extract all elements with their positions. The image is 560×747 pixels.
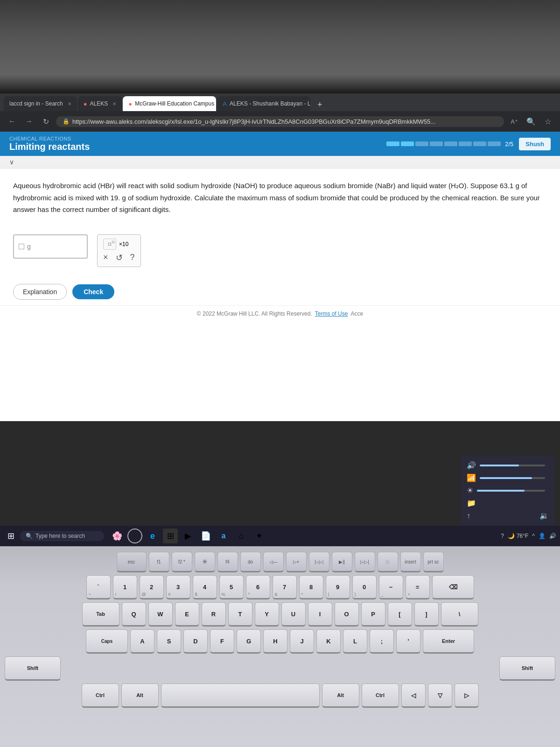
new-tab-button[interactable]: + (313, 98, 326, 111)
exponent-tool[interactable]: □ □ (103, 239, 116, 250)
notif-folder[interactable]: 📁 (467, 499, 549, 507)
key-backspace[interactable]: ⌫ (432, 575, 474, 599)
key-quote[interactable]: ' (396, 629, 420, 654)
user-button[interactable]: Shush (519, 138, 551, 150)
forward-button[interactable]: → (22, 115, 35, 128)
taskbar-chevron[interactable]: ^ (532, 533, 535, 539)
tab-search-close[interactable]: ✕ (68, 101, 71, 106)
key-ctrl-r[interactable]: Ctrl (362, 684, 399, 708)
key-w[interactable]: W (148, 602, 173, 627)
key-4[interactable]: $4 (193, 575, 217, 599)
key-o[interactable]: O (335, 602, 359, 627)
tab-aleks-close[interactable]: ✕ (112, 101, 116, 106)
key-tab[interactable]: Tab (82, 602, 119, 627)
tab-aleks2[interactable]: A ALEKS - Shushanik Babayan - Le... ✕ (217, 96, 310, 111)
key-q[interactable]: Q (122, 602, 146, 627)
back-button[interactable]: ← (6, 115, 19, 128)
key-9[interactable]: (9 (326, 575, 350, 599)
terms-of-use-link[interactable]: Terms of Use (315, 310, 348, 317)
key-alt-l[interactable]: Alt (121, 684, 159, 708)
key-rshift[interactable]: Shift (499, 656, 555, 681)
taskbar-icon-arrow[interactable]: ▶ (181, 529, 196, 543)
tab-aleks[interactable]: ● ALEKS ✕ (78, 96, 122, 111)
key-l[interactable]: L (343, 629, 367, 654)
start-button[interactable]: ⊞ (4, 529, 18, 543)
taskbar-icon-1[interactable]: 🌸 (110, 529, 125, 543)
key-f10[interactable]: ▷▷| (355, 552, 375, 572)
key-semicolon[interactable]: ; (370, 629, 394, 654)
notif-brightness[interactable]: ☀ (467, 486, 549, 495)
taskbar-search[interactable]: 🔍 Type here to search (20, 531, 104, 541)
key-6[interactable]: ^6 (246, 575, 270, 599)
key-s[interactable]: S (157, 629, 181, 654)
key-3[interactable]: #3 (166, 575, 190, 599)
key-t[interactable]: T (228, 602, 252, 627)
key-7[interactable]: &7 (273, 575, 297, 599)
key-u[interactable]: U (281, 602, 306, 627)
extensions-button[interactable]: A⁺ (508, 115, 521, 128)
key-k[interactable]: K (316, 629, 341, 654)
taskbar-volume-icon[interactable]: 🔊 (549, 533, 556, 539)
key-right[interactable]: ▷ (455, 684, 479, 708)
key-f11[interactable]: □ (378, 552, 398, 572)
taskbar-icon-circle[interactable] (127, 529, 142, 543)
key-lbracket[interactable]: [ (388, 602, 412, 627)
key-caps[interactable]: Caps (86, 629, 128, 654)
key-g[interactable]: G (237, 629, 261, 654)
notif-wifi[interactable]: 📶 (467, 473, 549, 482)
refresh-button[interactable]: ↻ (39, 115, 52, 128)
taskbar-question[interactable]: ? (501, 533, 504, 539)
key-left[interactable]: ◁ (401, 684, 426, 708)
tab-search[interactable]: laccd sign in - Search ✕ (4, 96, 77, 111)
key-f[interactable]: F (210, 629, 234, 654)
key-f8[interactable]: |◁◁ (309, 552, 329, 572)
explanation-button[interactable]: Explanation (13, 284, 67, 300)
key-a[interactable]: A (130, 629, 154, 654)
undo-tool-button[interactable]: ↺ (116, 253, 123, 263)
key-1[interactable]: !1 (113, 575, 137, 599)
key-j[interactable]: J (290, 629, 314, 654)
taskbar-icon-star[interactable]: ✦ (252, 529, 266, 543)
key-f5[interactable]: do (240, 552, 261, 572)
key-2[interactable]: @2 (140, 575, 164, 599)
key-e[interactable]: E (175, 602, 199, 627)
check-button[interactable]: Check (72, 284, 114, 299)
key-f12[interactable]: insert (400, 552, 421, 572)
key-i[interactable]: I (308, 602, 332, 627)
key-backtick[interactable]: ~` (86, 575, 111, 599)
collapse-button[interactable]: ∨ (9, 158, 14, 166)
taskbar-icon-grid[interactable]: ⊞ (163, 529, 178, 543)
key-minus[interactable]: _− (379, 575, 403, 599)
key-f9[interactable]: ▶|| (332, 552, 352, 572)
key-f4[interactable]: f4 (217, 552, 238, 572)
key-down[interactable]: ▽ (428, 684, 452, 708)
taskbar-icon-home[interactable]: ⌂ (234, 529, 249, 543)
tab-mcgraw[interactable]: ● McGraw-Hill Education Campus ✕ (123, 96, 216, 111)
key-r[interactable]: R (202, 602, 226, 627)
key-f7[interactable]: ▷+ (286, 552, 307, 572)
key-f3[interactable]: ✳ (195, 552, 215, 572)
favorites-button[interactable]: ☆ (541, 115, 554, 128)
answer-input-box[interactable]: □ g (13, 234, 88, 259)
key-space[interactable] (161, 684, 320, 708)
key-f1[interactable]: f1 (149, 552, 169, 572)
key-5[interactable]: %5 (219, 575, 244, 599)
key-esc[interactable]: esc (117, 552, 147, 572)
taskbar-icon-file[interactable]: 📄 (198, 529, 213, 543)
key-rbracket[interactable]: ] (414, 602, 439, 627)
key-prtsc[interactable]: prt sc (423, 552, 444, 572)
key-equals[interactable]: += (406, 575, 430, 599)
search-button[interactable]: 🔍 (525, 115, 538, 128)
taskbar-icon-a[interactable]: a (216, 529, 231, 543)
key-alt-r[interactable]: Alt (322, 684, 359, 708)
key-0[interactable]: )0 (352, 575, 377, 599)
taskbar-icon-edge[interactable]: e (145, 529, 160, 543)
key-p[interactable]: P (361, 602, 385, 627)
key-8[interactable]: *8 (299, 575, 323, 599)
key-f2[interactable]: f2 * (172, 552, 192, 572)
key-ctrl-l[interactable]: Ctrl (82, 684, 119, 708)
notif-volume[interactable]: 🔊 (467, 461, 549, 470)
key-backslash[interactable]: \ (441, 602, 478, 627)
key-lshift[interactable]: Shift (5, 656, 61, 681)
url-bar[interactable]: 🔒 https://www-awu.aleks.com/alekscgi/x/l… (56, 116, 504, 127)
